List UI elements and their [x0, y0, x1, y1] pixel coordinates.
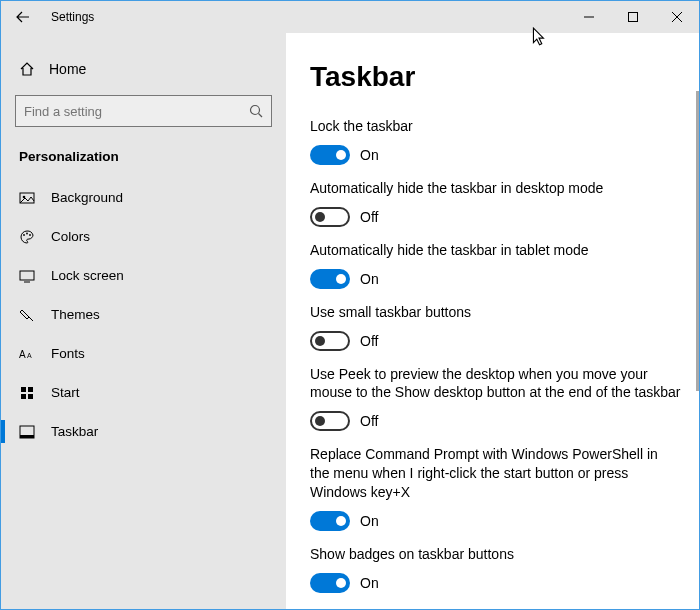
palette-icon	[19, 229, 35, 245]
sidebar-item-label: Start	[51, 385, 80, 400]
toggle-state-text: Off	[360, 413, 378, 429]
svg-text:A: A	[27, 352, 32, 359]
fonts-icon: AA	[19, 346, 35, 362]
toggle-state-text: Off	[360, 209, 378, 225]
setting-label: Use Peek to preview the desktop when you…	[310, 365, 681, 403]
toggle-switch[interactable]	[310, 511, 350, 531]
sidebar-item-label: Fonts	[51, 346, 85, 361]
svg-rect-11	[20, 271, 34, 280]
picture-icon	[19, 190, 35, 206]
toggle-state-text: On	[360, 513, 379, 529]
home-nav[interactable]: Home	[1, 49, 286, 89]
sidebar-item-label: Lock screen	[51, 268, 124, 283]
toggle-switch[interactable]	[310, 573, 350, 593]
minimize-icon	[584, 12, 594, 22]
sidebar-item-label: Colors	[51, 229, 90, 244]
close-button[interactable]	[655, 1, 699, 33]
category-title: Personalization	[1, 137, 286, 178]
maximize-button[interactable]	[611, 1, 655, 33]
setting-label: Replace Command Prompt with Windows Powe…	[310, 445, 681, 502]
home-icon	[19, 61, 35, 77]
toggle-state-text: Off	[360, 333, 378, 349]
svg-rect-15	[21, 387, 26, 392]
setting-label: Show badges on taskbar buttons	[310, 545, 681, 564]
themes-icon	[19, 307, 35, 323]
back-button[interactable]	[1, 1, 45, 33]
search-icon	[249, 104, 263, 118]
sidebar-item-colors[interactable]: Colors	[1, 217, 286, 256]
svg-rect-1	[629, 13, 638, 22]
sidebar-item-label: Taskbar	[51, 424, 98, 439]
toggle-state-text: On	[360, 575, 379, 591]
lock-screen-icon	[19, 268, 35, 284]
svg-point-10	[29, 234, 31, 236]
sidebar-item-fonts[interactable]: AA Fonts	[1, 334, 286, 373]
toggle-switch[interactable]	[310, 145, 350, 165]
sidebar-item-label: Themes	[51, 307, 100, 322]
window-title: Settings	[51, 10, 94, 24]
svg-text:A: A	[19, 349, 26, 360]
toggle-switch[interactable]	[310, 269, 350, 289]
sidebar: Home Personalization Background Colors L…	[1, 33, 286, 610]
svg-point-4	[251, 106, 260, 115]
setting-label: Automatically hide the taskbar in tablet…	[310, 241, 681, 260]
close-icon	[672, 12, 682, 22]
sidebar-item-start[interactable]: Start	[1, 373, 286, 412]
svg-rect-17	[21, 394, 26, 399]
setting-label: Automatically hide the taskbar in deskto…	[310, 179, 681, 198]
search-input-container[interactable]	[15, 95, 272, 127]
toggle-state-text: On	[360, 147, 379, 163]
svg-rect-18	[28, 394, 33, 399]
toggle-switch[interactable]	[310, 207, 350, 227]
toggle-switch[interactable]	[310, 411, 350, 431]
svg-rect-20	[20, 435, 34, 438]
title-bar: Settings	[1, 1, 699, 33]
back-arrow-icon	[16, 10, 30, 24]
scrollbar-thumb[interactable]	[696, 91, 699, 391]
sidebar-item-lock-screen[interactable]: Lock screen	[1, 256, 286, 295]
window-controls	[567, 1, 699, 33]
minimize-button[interactable]	[567, 1, 611, 33]
svg-line-5	[259, 114, 263, 118]
page-heading: Taskbar	[310, 61, 681, 93]
content-panel: Taskbar Lock the taskbarOnAutomatically …	[286, 33, 699, 610]
svg-rect-16	[28, 387, 33, 392]
toggle-state-text: On	[360, 271, 379, 287]
sidebar-item-themes[interactable]: Themes	[1, 295, 286, 334]
search-input[interactable]	[24, 104, 249, 119]
home-label: Home	[49, 61, 86, 77]
start-icon	[19, 385, 35, 401]
toggle-switch[interactable]	[310, 331, 350, 351]
maximize-icon	[628, 12, 638, 22]
sidebar-item-label: Background	[51, 190, 123, 205]
setting-label: Lock the taskbar	[310, 117, 681, 136]
sidebar-item-background[interactable]: Background	[1, 178, 286, 217]
svg-point-8	[23, 234, 25, 236]
svg-point-9	[26, 232, 28, 234]
taskbar-icon	[19, 424, 35, 440]
setting-label: Use small taskbar buttons	[310, 303, 681, 322]
sidebar-item-taskbar[interactable]: Taskbar	[1, 412, 286, 451]
